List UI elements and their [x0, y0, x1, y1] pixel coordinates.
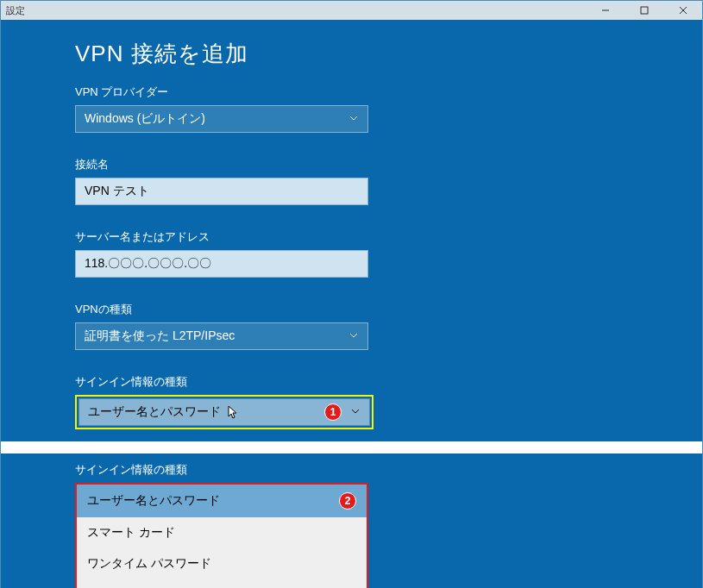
dropdown-item-username-password[interactable]: ユーザー名とパスワード 2 — [77, 485, 367, 517]
maximize-button[interactable] — [625, 1, 663, 20]
connection-name-label: 接続名 — [75, 157, 702, 172]
vpn-add-panel: VPN 接続を追加 VPN プロバイダー Windows (ビルトイン) 接続名… — [1, 20, 702, 588]
vpn-type-label: VPNの種類 — [75, 302, 702, 317]
chevron-down-icon — [350, 406, 361, 418]
chevron-down-icon — [348, 330, 359, 342]
annotation-badge-1: 1 — [324, 403, 342, 421]
dropdown-item-smartcard[interactable]: スマート カード — [77, 517, 367, 548]
signin-type-dropdown: ユーザー名とパスワード 2 スマート カード ワンタイム パスワード 証明書 — [75, 483, 368, 588]
provider-label: VPN プロバイダー — [75, 84, 702, 100]
dropdown-item-label: ワンタイム パスワード — [87, 556, 211, 572]
minimize-button[interactable] — [586, 1, 625, 20]
settings-window: 設定 VPN 接続を追加 VPN プロバイダー Windows (ビルトイン) — [0, 0, 703, 588]
chevron-down-icon — [348, 113, 359, 125]
vpn-type-select[interactable]: 証明書を使った L2TP/IPsec — [75, 322, 368, 350]
connection-name-value: VPN テスト — [85, 184, 149, 199]
dropdown-item-label: ユーザー名とパスワード — [87, 493, 220, 509]
separator — [1, 441, 702, 454]
vpn-type-group: VPNの種類 証明書を使った L2TP/IPsec — [75, 302, 702, 350]
signin-type-select[interactable]: ユーザー名とパスワード 1 — [78, 398, 370, 426]
titlebar: 設定 — [1, 1, 702, 20]
provider-group: VPN プロバイダー Windows (ビルトイン) — [75, 84, 702, 133]
signin-options-group: サインイン情報の種類 ユーザー名とパスワード 2 スマート カード ワンタイム … — [75, 454, 702, 588]
close-button[interactable] — [663, 1, 702, 20]
dropdown-item-label: スマート カード — [87, 525, 175, 541]
highlight-annotation-1: ユーザー名とパスワード 1 — [75, 395, 373, 429]
provider-select[interactable]: Windows (ビルトイン) — [75, 105, 368, 133]
vpn-type-value: 証明書を使った L2TP/IPsec — [85, 328, 235, 344]
signin-type-label-2: サインイン情報の種類 — [75, 462, 702, 478]
annotation-badge-2: 2 — [339, 492, 356, 510]
server-value: 118.〇〇〇.〇〇〇.〇〇 — [85, 256, 211, 272]
cursor-icon — [228, 405, 240, 423]
window-controls — [586, 1, 702, 20]
server-input[interactable]: 118.〇〇〇.〇〇〇.〇〇 — [75, 250, 368, 278]
connection-name-group: 接続名 VPN テスト — [75, 157, 702, 205]
svg-rect-1 — [641, 7, 648, 14]
signin-type-group: サインイン情報の種類 ユーザー名とパスワード 1 — [75, 374, 702, 429]
page-title: VPN 接続を追加 — [75, 39, 702, 69]
connection-name-input[interactable]: VPN テスト — [75, 178, 368, 205]
provider-value: Windows (ビルトイン) — [85, 111, 205, 127]
dropdown-item-certificate[interactable]: 証明書 — [77, 579, 367, 588]
server-label: サーバー名またはアドレス — [75, 229, 702, 245]
signin-type-label: サインイン情報の種類 — [75, 374, 702, 390]
dropdown-item-onetime-password[interactable]: ワンタイム パスワード — [77, 548, 367, 579]
signin-type-value: ユーザー名とパスワード — [88, 404, 221, 420]
window-title: 設定 — [6, 4, 25, 17]
server-group: サーバー名またはアドレス 118.〇〇〇.〇〇〇.〇〇 — [75, 229, 702, 278]
